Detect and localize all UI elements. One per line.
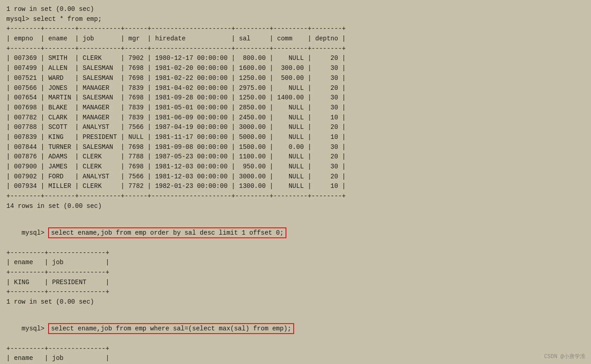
watermark: CSDN @小唐学淮 <box>544 353 586 360</box>
intro-line: 1 row in set (0.00 sec) <box>6 5 585 15</box>
table-row: | 007369 | SMITH | CLERK | 7902 | 1980-1… <box>6 54 585 64</box>
table-header-border-bottom: +--------+--------+-----------+------+--… <box>6 44 585 54</box>
q3-header: | ename | job | <box>6 354 585 364</box>
rows-count1: 14 rows in set (0.00 sec) <box>6 202 585 212</box>
table-row: | 007499 | ALLEN | SALESMAN | 7698 | 198… <box>6 64 585 74</box>
table-row: | 007521 | WARD | SALESMAN | 7698 | 1981… <box>6 74 585 84</box>
table-row: | 007844 | TURNER | SALESMAN | 7698 | 19… <box>6 143 585 152</box>
table-row: | 007782 | CLARK | MANAGER | 7839 | 1981… <box>6 113 585 123</box>
table-row: | 007566 | JONES | MANAGER | 7839 | 1981… <box>6 84 585 93</box>
table-row: | 007839 | KING | PRESIDENT | NULL | 198… <box>6 133 585 143</box>
table-row: | 007698 | BLAKE | MANAGER | 7839 | 1981… <box>6 103 585 113</box>
q2-border3: +---------+---------------+ <box>6 287 585 297</box>
table-row: | 007902 | FORD | ANALYST | 7566 | 1981-… <box>6 172 585 182</box>
q2-header: | ename | job | <box>6 258 585 268</box>
terminal: 1 row in set (0.00 sec) mysql> select * … <box>6 5 585 364</box>
query2-line: mysql> select ename,job from emp order b… <box>6 218 585 248</box>
table-rows: | 007369 | SMITH | CLERK | 7902 | 1980-1… <box>6 54 585 192</box>
query2-cmd-highlight: select ename,job from emp order by sal d… <box>48 227 286 238</box>
table-row: | 007654 | MARTIN | SALESMAN | 7698 | 19… <box>6 93 585 103</box>
table-row: | 007876 | ADAMS | CLERK | 7788 | 1987-0… <box>6 152 585 162</box>
table-header-border-top: +--------+--------+-----------+------+--… <box>6 24 585 34</box>
query3-prompt: mysql> <box>22 325 49 332</box>
q2-border2: +---------+---------------+ <box>6 268 585 278</box>
q2-border1: +---------+---------------+ <box>6 248 585 258</box>
query3-cmd-highlight: select ename,job from emp where sal=(sel… <box>48 323 294 334</box>
table-row: | 007788 | SCOTT | ANALYST | 7566 | 1987… <box>6 123 585 133</box>
q3-border1: +---------+---------------+ <box>6 344 585 354</box>
query1-line: mysql> select * from emp; <box>6 15 585 25</box>
table-row: | 007934 | MILLER | CLERK | 7782 | 1982-… <box>6 182 585 192</box>
query2-prompt: mysql> <box>22 229 49 236</box>
table-row: | 007900 | JAMES | CLERK | 7698 | 1981-1… <box>6 162 585 172</box>
query3-line: mysql> select ename,job from emp where s… <box>6 315 585 344</box>
q2-row: | KING | PRESIDENT | <box>6 278 585 288</box>
table-footer-border: +--------+--------+-----------+------+--… <box>6 192 585 202</box>
rows-count2: 1 row in set (0.00 sec) <box>6 297 585 307</box>
table-header: | empno | ename | job | mgr | hiredate |… <box>6 34 585 44</box>
